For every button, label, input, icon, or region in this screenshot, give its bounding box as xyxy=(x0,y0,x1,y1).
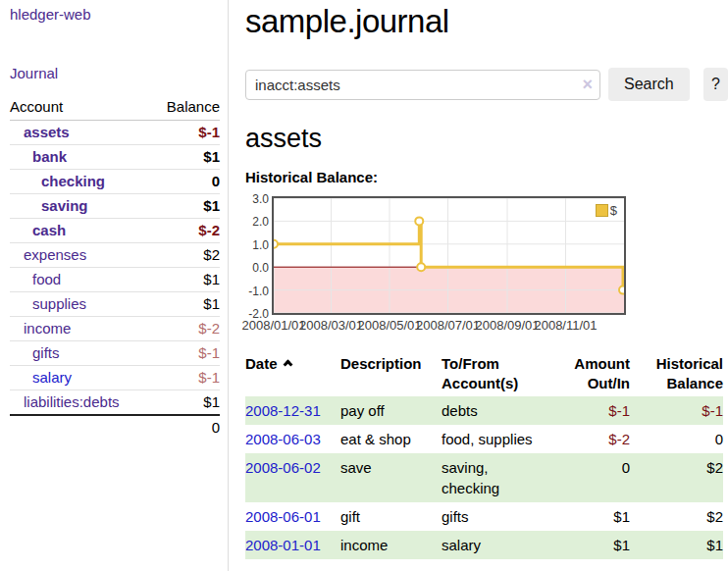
search-input[interactable] xyxy=(245,70,600,100)
chart-heading: Historical Balance: xyxy=(245,169,728,185)
account-row: cash $-2 xyxy=(10,219,220,243)
transaction-amount: 0 xyxy=(551,453,630,502)
transaction-accounts: food, supplies xyxy=(442,425,551,453)
account-link-salary[interactable]: salary xyxy=(32,369,72,386)
search-bar: × Search ? xyxy=(245,68,728,101)
x-axis-tick-label: 2008/09/01 xyxy=(475,318,539,333)
sidebar: hledger-web Journal Account Balance asse… xyxy=(0,0,229,571)
help-button[interactable]: ? xyxy=(703,68,728,101)
search-button[interactable]: Search xyxy=(608,68,690,101)
accounts-table: Account Balance assets $-1 bank $1 check… xyxy=(10,94,220,440)
account-row: assets $-1 xyxy=(10,121,220,145)
transaction-balance: 0 xyxy=(630,425,723,453)
x-axis-tick-label: 2008/07/01 xyxy=(416,318,480,333)
account-link-income[interactable]: income xyxy=(24,320,71,337)
account-row: supplies $1 xyxy=(10,292,220,317)
register-row: 2008-01-01 income salary $1 $1 xyxy=(245,531,723,559)
register-row: 2008-06-03 eat & shop food, supplies $-2… xyxy=(245,425,723,453)
y-axis-tick-label: -1.0 xyxy=(230,285,269,298)
register-header-amount: Amount Out/In xyxy=(551,351,630,396)
account-row: bank $1 xyxy=(10,145,220,170)
chart-legend: $ xyxy=(596,203,617,218)
x-axis-tick-label: 2008/03/01 xyxy=(299,318,363,333)
transaction-description: pay off xyxy=(340,396,442,425)
account-row: saving $1 xyxy=(10,194,220,219)
account-row: expenses $2 xyxy=(10,243,220,268)
x-axis-tick-label: 2008/05/01 xyxy=(357,318,421,333)
transaction-description: income xyxy=(340,531,442,559)
accounts-header-balance: Balance xyxy=(151,94,220,121)
chart-canvas xyxy=(274,198,624,313)
account-balance: $-2 xyxy=(151,317,220,341)
account-balance: $-2 xyxy=(151,219,220,243)
account-row: income $-2 xyxy=(10,317,220,341)
accounts-total-row: 0 xyxy=(10,415,220,440)
transaction-balance: $2 xyxy=(630,453,723,502)
sort-ascending-icon xyxy=(283,360,292,370)
y-axis-tick-label: 0.0 xyxy=(230,261,269,275)
register-header-accounts: To/From Account(s) xyxy=(442,351,551,396)
register-row: 2008-06-02 save saving, checking 0 $2 xyxy=(245,453,723,502)
account-balance: $1 xyxy=(151,194,220,219)
transaction-amount: $1 xyxy=(551,531,630,559)
transaction-date-link[interactable]: 2008-06-01 xyxy=(245,508,321,525)
account-link-liabilities-debts[interactable]: liabilities:debts xyxy=(24,393,120,410)
x-axis-tick-label: 2008/11/01 xyxy=(534,318,597,333)
sidebar-item-journal[interactable]: Journal xyxy=(10,65,220,81)
account-balance: $-1 xyxy=(151,366,220,390)
register-header-row: Date Description To/From Account(s) Amou… xyxy=(245,351,723,396)
transaction-balance: $-1 xyxy=(630,396,723,425)
transaction-amount: $-2 xyxy=(551,425,630,453)
account-balance: $-1 xyxy=(151,341,220,366)
account-link-bank[interactable]: bank xyxy=(32,148,67,165)
account-row: gifts $-1 xyxy=(10,341,220,366)
account-link-assets[interactable]: assets xyxy=(24,124,70,140)
account-balance: $1 xyxy=(151,268,220,292)
legend-label: $ xyxy=(610,203,617,218)
transaction-description: save xyxy=(340,453,442,502)
register-row: 2008-06-01 gift gifts $1 $2 xyxy=(245,502,723,531)
transaction-date-link[interactable]: 2008-06-02 xyxy=(245,459,321,476)
account-link-expenses[interactable]: expenses xyxy=(24,246,86,263)
account-row: salary $-1 xyxy=(10,366,220,390)
page-title: sample.journal xyxy=(245,3,728,40)
account-link-supplies[interactable]: supplies xyxy=(32,295,86,312)
account-balance: $2 xyxy=(151,243,220,268)
y-axis-tick-label: 3.0 xyxy=(230,192,269,206)
clear-search-icon[interactable]: × xyxy=(582,74,593,95)
transaction-date-link[interactable]: 2008-06-03 xyxy=(245,431,321,447)
chart: $ 3.02.01.00.0-1.0-2.02008/01/012008/03/… xyxy=(245,196,728,336)
transaction-accounts: saving, checking xyxy=(442,453,551,502)
x-axis-tick-label: 2008/01/01 xyxy=(241,318,305,333)
account-balance: $1 xyxy=(151,390,220,416)
transaction-amount: $-1 xyxy=(551,396,630,425)
account-link-checking[interactable]: checking xyxy=(41,173,105,189)
transaction-balance: $1 xyxy=(630,531,723,559)
account-row: liabilities:debts $1 xyxy=(10,390,220,416)
transaction-accounts: salary xyxy=(442,531,551,559)
account-link-gifts[interactable]: gifts xyxy=(32,344,60,361)
account-link-saving[interactable]: saving xyxy=(41,197,88,214)
account-balance: $1 xyxy=(151,292,220,317)
account-link-cash[interactable]: cash xyxy=(32,222,66,238)
transaction-description: eat & shop xyxy=(340,425,442,453)
transaction-balance: $2 xyxy=(630,502,723,531)
account-row: food $1 xyxy=(10,268,220,292)
transaction-date-link[interactable]: 2008-01-01 xyxy=(245,537,321,553)
transaction-date-link[interactable]: 2008-12-31 xyxy=(245,402,321,419)
register-header-description: Description xyxy=(340,351,442,396)
register-table: Date Description To/From Account(s) Amou… xyxy=(245,351,723,559)
account-balance: $1 xyxy=(151,145,220,170)
app-brand-link[interactable]: hledger-web xyxy=(10,6,91,23)
y-axis-tick-label: 1.0 xyxy=(230,238,269,252)
legend-swatch-icon xyxy=(596,204,608,217)
account-link-food[interactable]: food xyxy=(32,271,61,287)
y-axis-tick-label: 2.0 xyxy=(230,215,269,229)
transaction-description: gift xyxy=(340,502,442,531)
register-header-balance: Historical Balance xyxy=(630,351,723,396)
main-content: sample.journal × Search ? assets Histori… xyxy=(245,0,728,559)
register-header-date[interactable]: Date xyxy=(245,351,340,396)
accounts-total-value: 0 xyxy=(151,415,220,440)
account-heading: assets xyxy=(245,124,728,154)
chart-plot-area: $ xyxy=(272,196,626,315)
